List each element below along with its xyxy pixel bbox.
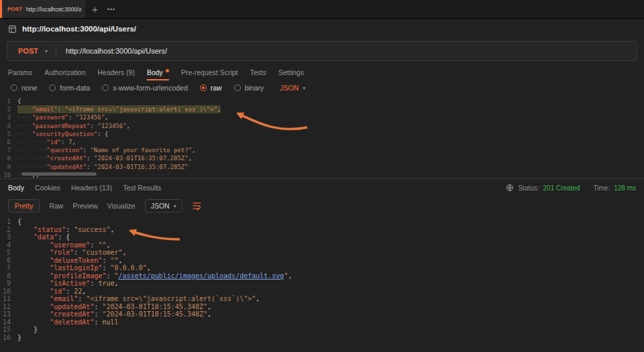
body-type-x-www-form-urlencoded[interactable]: x-www-form-urlencoded	[102, 84, 187, 92]
radio-icon	[102, 84, 109, 91]
request-body-editor[interactable]: 1{2····"email": "<iframe src=\"javascrip…	[0, 95, 644, 178]
code-text: "email": "<iframe src=\"javascript:alert…	[17, 295, 260, 303]
body-type-form-data[interactable]: form-data	[49, 84, 90, 92]
tab-params[interactable]: Params	[8, 64, 32, 80]
line-number: 5	[0, 249, 17, 257]
view-visualize[interactable]: Visualize	[107, 202, 136, 210]
code-text: {	[17, 218, 21, 226]
url-input[interactable]: http://localhost:3000/api/Users/	[56, 47, 637, 55]
code-text: "data": {	[17, 233, 70, 241]
code-text: "id": 22,	[17, 288, 86, 296]
wrap-lines-button[interactable]	[192, 202, 202, 211]
wrap-lines-icon	[192, 202, 202, 211]
line-number: 4	[0, 241, 17, 249]
code-text: ····"passwordRepeat": "123456",	[17, 122, 130, 130]
request-tab[interactable]: POST http://localhost:3000/a	[2, 0, 85, 18]
code-text: "profileImage": "/assets/public/images/u…	[17, 272, 292, 280]
tab-headers[interactable]: Headers (9)	[97, 64, 134, 80]
code-text: ········"createdAt": "2024-03-01T16:35:0…	[17, 154, 192, 162]
chevron-down-icon: ▾	[45, 48, 48, 54]
code-line: 10····},	[0, 171, 644, 178]
raw-language-label: JSON	[280, 84, 299, 92]
line-number: 7	[0, 146, 17, 154]
new-tab-button[interactable]: +	[92, 3, 98, 15]
response-tab-test-results[interactable]: Test Results	[123, 184, 161, 192]
code-line: 2····"email": "<iframe src=\"javascript:…	[0, 105, 644, 113]
horizontal-scrollbar[interactable]	[21, 172, 97, 176]
view-preview[interactable]: Preview	[72, 202, 97, 210]
code-text: "lastLoginIp": "0.0.0.0",	[17, 264, 151, 272]
body-type-row: none form-data x-www-form-urlencoded raw…	[0, 80, 644, 95]
code-line: 9········"updatedAt": "2024-03-01T16:35:…	[0, 163, 644, 171]
response-tab-headers[interactable]: Headers (13)	[71, 184, 112, 192]
code-text: ····"password": "123456",	[17, 113, 109, 121]
view-raw[interactable]: Raw	[49, 202, 63, 210]
code-line: 1{	[0, 97, 644, 105]
code-text: "updatedAt": "2024-03-01T18:15:45.348Z",	[17, 303, 211, 311]
request-title-row: http://localhost:3000/api/Users/	[0, 19, 644, 39]
line-number: 5	[0, 130, 17, 138]
status-badge: 201 Created	[543, 184, 580, 192]
status-label: Status:	[518, 184, 539, 192]
code-text: }	[17, 334, 21, 342]
code-line: 15 }	[0, 326, 644, 334]
unsaved-dot-icon	[166, 69, 169, 72]
method-select[interactable]: POST ▾	[7, 47, 56, 55]
radio-icon	[49, 84, 56, 91]
line-number: 2	[0, 226, 17, 234]
chevron-down-icon: ▾	[174, 203, 176, 209]
tab-options-button[interactable]: •••	[107, 6, 115, 13]
radio-icon	[200, 84, 207, 91]
tab-tests[interactable]: Tests	[250, 64, 267, 80]
tab-pre-request-script[interactable]: Pre-request Script	[181, 64, 238, 80]
code-line: 10 "id": 22,	[0, 288, 644, 296]
collection-icon	[8, 25, 17, 34]
code-line: 1{	[0, 218, 644, 226]
line-number: 11	[0, 295, 17, 303]
code-line: 3 "data": {	[0, 233, 644, 241]
response-language-label: JSON	[151, 202, 170, 210]
request-tabs: Params Authorization Headers (9) Body Pr…	[0, 64, 644, 80]
response-language-select[interactable]: JSON ▾	[145, 199, 182, 213]
body-type-binary[interactable]: binary	[234, 84, 264, 92]
code-text: "deluxeToken": "",	[17, 257, 123, 265]
view-pretty[interactable]: Pretty	[8, 199, 40, 213]
code-line: 3····"password": "123456",	[0, 113, 644, 121]
url-builder-row: POST ▾ http://localhost:3000/api/Users/	[0, 39, 644, 64]
line-number: 14	[0, 318, 17, 327]
chevron-down-icon: ▾	[303, 85, 305, 91]
body-type-none[interactable]: none	[11, 84, 37, 92]
code-text: ········"id": 7,	[17, 138, 76, 146]
response-body-editor[interactable]: 1{2 "status": "success",3 "data": {4 "us…	[0, 215, 644, 344]
code-line: 5 "role": "customer",	[0, 249, 644, 257]
response-view-toolbar: Pretty Raw Preview Visualize JSON ▾	[0, 196, 644, 215]
line-number: 1	[0, 218, 17, 226]
code-text: ····"email": "<iframe src=\"javascript:a…	[17, 105, 221, 113]
code-line: 11 "email": "<iframe src=\"javascript:al…	[0, 295, 644, 303]
line-number: 8	[0, 272, 17, 280]
code-text: ········"question": "Name of your favori…	[17, 146, 196, 154]
response-tab-cookies[interactable]: Cookies	[35, 184, 60, 192]
code-line: 4····"passwordRepeat": "123456",	[0, 122, 644, 130]
response-tab-body[interactable]: Body	[8, 184, 24, 192]
code-text: ········"updatedAt": "2024-03-01T16:35:0…	[17, 163, 189, 171]
window-tab-bar: POST http://localhost:3000/a + •••	[0, 0, 644, 19]
tab-authorization[interactable]: Authorization	[44, 64, 85, 80]
response-panel: Body Cookies Headers (13) Test Results S…	[0, 178, 644, 344]
code-line: 7 "lastLoginIp": "0.0.0.0",	[0, 264, 644, 272]
line-number: 4	[0, 122, 17, 130]
time-label: Time:	[594, 184, 610, 192]
code-text: "deletedAt": null	[17, 318, 119, 327]
line-number: 8	[0, 154, 17, 162]
raw-language-select[interactable]: JSON ▾	[280, 84, 305, 92]
tab-body[interactable]: Body	[147, 64, 169, 80]
code-line: 8 "profileImage": "/assets/public/images…	[0, 272, 644, 280]
line-number: 15	[0, 326, 17, 334]
line-number: 16	[0, 334, 17, 342]
code-text: ····"securityQuestion": {	[17, 130, 109, 138]
code-text: "createdAt": "2024-03-01T18:15:45.348Z",	[17, 310, 211, 318]
body-type-raw[interactable]: raw	[200, 84, 222, 92]
line-number: 2	[0, 105, 17, 113]
tab-settings[interactable]: Settings	[278, 64, 304, 80]
line-number: 3	[0, 233, 17, 241]
